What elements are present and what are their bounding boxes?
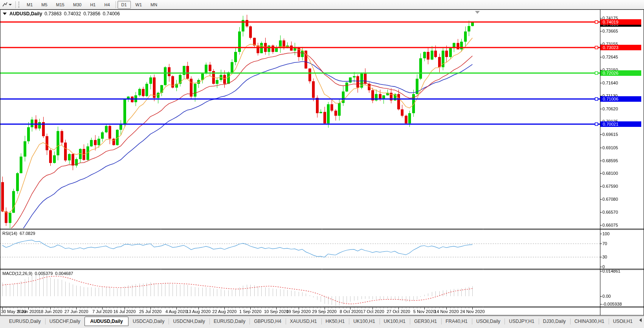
chart-tab-eurusd-daily[interactable]: EURUSD,Daily	[209, 317, 250, 326]
chart-tab-uk100-h1[interactable]: UK100,H1	[349, 317, 379, 326]
macd-name: MACD(12,26,9)	[2, 271, 32, 276]
macd-signal-value: 0.004687	[55, 271, 73, 276]
date-axis-label: 29 Sep 2020	[312, 309, 336, 314]
rsi-axis-label: 100	[602, 231, 609, 236]
macd-axis-label: 0.014861	[602, 269, 620, 273]
chart-tab-dj30-daily[interactable]: DJ30,Daily	[539, 317, 570, 326]
tab-scroll-left-icon[interactable]	[639, 318, 642, 322]
timeframe-toolbar: M1M5M15M30H1H4 D1W1MN	[0, 0, 644, 9]
date-axis-label: 16 Jul 2020	[113, 309, 136, 314]
price-axis-label: 0.67080	[602, 197, 618, 202]
price-axis-label: 0.71640	[602, 81, 618, 85]
chart-tab-usdjpy-h1[interactable]: USDJPY,H1	[505, 317, 538, 326]
ohlc-low: 0.73856	[83, 11, 100, 16]
chart-tab-xauusd-h1[interactable]: XAUUSD,H1	[286, 317, 321, 326]
chart-tab-usdcad-daily[interactable]: USDCAD,Daily	[128, 317, 169, 326]
date-axis-label: 1 Sep 2020	[239, 309, 261, 314]
chart-window: AUDUSD,Daily 0.73863 0.74032 0.73856 0.7…	[0, 9, 644, 316]
macd-main-value: 0.005379	[35, 271, 53, 276]
date-axis-label: 9 Jun 2020	[18, 309, 39, 314]
collapse-arrow-icon[interactable]	[3, 13, 7, 15]
chart-tab-gbpusd-h4[interactable]: GBPUSD,H4	[250, 317, 285, 326]
chevron-down-icon	[9, 4, 12, 5]
chart-tab-usdcnh-daily[interactable]: USDCNH,Daily	[169, 317, 209, 326]
date-axis-label: 27 Oct 2020	[387, 309, 410, 314]
chart-tab-audusd-daily[interactable]: AUDUSD,Daily	[84, 317, 128, 326]
timeframe-button-m30[interactable]: M30	[69, 1, 85, 9]
chart-tab-eurusd-daily[interactable]: EURUSD,Daily	[5, 317, 45, 326]
rsi-name: RSI(14)	[2, 231, 17, 236]
tab-scroll-buttons	[637, 316, 644, 322]
chart-title: AUDUSD,Daily 0.73863 0.74032 0.73856 0.7…	[3, 11, 120, 16]
timeframe-button-d1[interactable]: D1	[117, 1, 131, 9]
rsi-axis-label: 70	[602, 241, 607, 246]
ohlc-close: 0.74006	[103, 11, 120, 16]
timeframe-button-m5[interactable]: M5	[37, 1, 51, 9]
date-axis-label: 22 Aug 2020	[212, 309, 237, 314]
chart-canvas[interactable]	[0, 9, 644, 316]
chart-tab-usoil-h1[interactable]: USOil,H1	[609, 317, 637, 326]
date-axis-label: 13 Aug 2020	[186, 309, 211, 314]
price-axis-label: 0.68100	[602, 171, 618, 176]
macd-axis-label: -0.005938	[602, 302, 622, 306]
chart-tab-ger30-h1[interactable]: GER30,H1	[410, 317, 441, 326]
date-axis-label: 19 Sep 2020	[286, 309, 310, 314]
price-line-badge: 0.71006	[600, 96, 641, 102]
price-axis-label: 0.66075	[602, 223, 618, 227]
date-axis-label: 14 Nov 2020	[434, 309, 459, 314]
date-axis-label: 5 Nov 2020	[413, 309, 435, 314]
date-axis-label: 27 Jun 2020	[64, 309, 88, 314]
date-axis-label: 4 Aug 2020	[165, 309, 187, 314]
date-axis-label: 10 Sep 2020	[264, 309, 288, 314]
line-tool-icon	[2, 2, 7, 7]
chart-tab-fra40-h1[interactable]: FRA40,H1	[441, 317, 472, 326]
timeframe-group: M1M5M15M30H1H4	[22, 1, 114, 9]
price-axis-label: 0.70620	[602, 106, 618, 111]
date-axis-label: 8 Oct 2020	[340, 309, 361, 314]
chart-symbol: AUDUSD,Daily	[9, 11, 42, 16]
chart-tabbar: EURUSD,DailyUSDCHF,DailyAUDUSD,DailyUSDC…	[0, 316, 644, 328]
price-line-badge: 0.74019	[600, 19, 641, 25]
line-tool-button[interactable]	[0, 0, 14, 9]
chart-tab-uk100-h1[interactable]: UK100,H1	[380, 317, 410, 326]
ohlc-open: 0.73863	[44, 11, 61, 16]
chart-tab-usoil-daily[interactable]: USOil,Daily	[472, 317, 505, 326]
price-axis-label: 0.67590	[602, 184, 618, 189]
rsi-axis-label: 30	[602, 255, 607, 259]
terminal-window: M1M5M15M30H1H4 D1W1MN AUDUSD,Daily 0.738…	[0, 0, 644, 328]
timeframe-button-h1[interactable]: H1	[86, 1, 99, 9]
toolbar-divider	[116, 1, 116, 8]
price-line-badge: 0.72026	[600, 70, 641, 76]
ohlc-high: 0.74032	[64, 11, 81, 16]
price-axis-label: 0.69615	[602, 132, 618, 137]
macd-axis-label: 0.00	[602, 294, 611, 299]
price-axis-label: 0.68595	[602, 158, 618, 163]
rsi-value: 67.0829	[20, 231, 35, 236]
chart-tab-china300-h1[interactable]: CHINA300,H1	[570, 317, 609, 326]
date-axis-label: 25 Jul 2020	[139, 309, 161, 314]
price-line-badge: 0.70021	[600, 121, 641, 127]
price-axis-label: 0.66570	[602, 210, 618, 214]
chart-tab-usdchf-daily[interactable]: USDCHF,Daily	[45, 317, 85, 326]
date-axis-label: 24 Nov 2020	[460, 309, 484, 314]
toolbar-divider	[15, 1, 16, 8]
toolbar-grip	[18, 2, 21, 8]
price-line-badge: 0.73023	[600, 45, 641, 50]
chart-tabs: EURUSD,DailyUSDCHF,DailyAUDUSD,DailyUSDC…	[5, 316, 637, 326]
timeframe-button-h4[interactable]: H4	[100, 1, 114, 9]
timeframe-group: D1W1MN	[117, 1, 162, 9]
date-axis-label: 7 Jul 2020	[92, 309, 112, 314]
rsi-indicator-label: RSI(14) 67.0829	[2, 231, 35, 236]
timeframe-button-m1[interactable]: M1	[23, 1, 37, 9]
macd-indicator-label: MACD(12,26,9) 0.005379 0.004687	[2, 271, 73, 276]
date-axis-label: 17 Oct 2020	[361, 309, 384, 314]
price-axis-label: 0.72645	[602, 55, 618, 59]
chart-tab-hk50-h1[interactable]: HK50,H1	[321, 317, 349, 326]
timeframe-button-w1[interactable]: W1	[132, 1, 146, 9]
date-axis-label: 18 Jun 2020	[39, 309, 62, 314]
timeframe-button-mn[interactable]: MN	[147, 1, 161, 9]
price-axis-label: 0.73665	[602, 29, 618, 33]
timeframe-button-m15[interactable]: M15	[52, 1, 68, 9]
price-axis-label: 0.69105	[602, 145, 618, 150]
